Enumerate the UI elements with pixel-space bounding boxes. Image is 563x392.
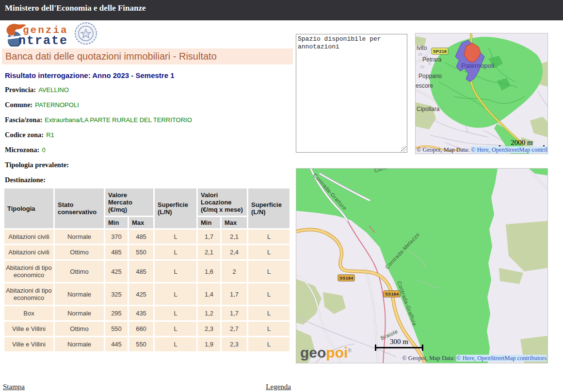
col-header-max-mercato: Max xyxy=(129,217,153,228)
col-header-superficie-2: Superficie (L/N) xyxy=(248,188,290,228)
map-attribution: © Geopoi, Map Data: © Here, OpenStreetMa… xyxy=(402,355,547,362)
place-label: Cipollara xyxy=(417,106,440,112)
table-row: Abitazioni di tipo economico Ottimo 425 … xyxy=(4,261,290,282)
place-label: Poppano xyxy=(418,73,442,79)
cell-superficie-2: L xyxy=(248,337,290,351)
table-row: Abitazioni di tipo economico Normale 325… xyxy=(4,283,290,305)
cell-superficie-1: L xyxy=(155,337,196,351)
road-badge-ss164: SS164 xyxy=(338,275,354,281)
place-label: escore xyxy=(416,82,433,89)
cell-mercato-min: 445 xyxy=(105,337,128,351)
cell-tipologia: Abitazioni civili xyxy=(4,230,53,244)
footer-links: Stampa Legenda xyxy=(3,383,291,391)
scale-bar xyxy=(375,347,423,348)
quotes-table-body: Abitazioni civili Normale 370 485 L 1,7 … xyxy=(4,230,290,351)
cell-mercato-max: 435 xyxy=(129,306,153,320)
cell-superficie-2: L xyxy=(248,230,290,244)
map-scale: 300 m xyxy=(375,338,423,348)
cell-superficie-1: L xyxy=(155,322,196,336)
table-row: Abitazioni civili Normale 370 485 L 1,7 … xyxy=(4,230,290,244)
italy-emblem-icon xyxy=(74,21,98,46)
cell-stato: Ottimo xyxy=(55,245,104,259)
result-title: Risultato interrogazione: Anno 2023 - Se… xyxy=(5,71,175,79)
cell-locazione-max: 2,3 xyxy=(222,337,247,351)
detail-map: Contrada Contrada-Gratture Contrada-Mela… xyxy=(296,168,548,363)
geopoi-logo: geopoi® xyxy=(300,344,352,360)
table-row: Abitazioni civili Ottimo 485 550 L 2,1 2… xyxy=(4,245,290,259)
cell-mercato-min: 325 xyxy=(105,283,128,305)
cell-stato: Normale xyxy=(55,283,104,305)
cell-stato: Ottimo xyxy=(55,322,104,336)
field-destinazione: Destinazione: xyxy=(5,175,293,182)
annotations-textarea[interactable]: Spazio disponibile per annotazioni xyxy=(296,34,407,153)
cell-mercato-max: 425 xyxy=(129,283,153,305)
cell-mercato-max: 485 xyxy=(129,261,153,282)
cell-locazione-max: 2,7 xyxy=(222,322,247,336)
ministry-title: Ministero dell'Economia e delle Finanze xyxy=(0,0,563,13)
result-fields: Provincia:AVELLINO Comune:PATERNOPOLI Fa… xyxy=(5,85,293,190)
cell-locazione-max: 1,7 xyxy=(222,306,247,320)
cell-tipologia: Abitazioni di tipo economico xyxy=(4,261,53,282)
cell-mercato-max: 485 xyxy=(129,230,153,244)
cell-mercato-min: 550 xyxy=(105,322,128,336)
annotations-area: Spazio disponibile per annotazioni xyxy=(296,34,407,153)
cell-tipologia: Ville e Villini xyxy=(4,337,53,351)
field-codice-zona: Codice zona:R1 xyxy=(5,130,293,137)
quotations-table: Tipologia Stato conservativo Valore Merc… xyxy=(3,187,291,353)
cell-stato: Normale xyxy=(55,337,104,351)
cell-mercato-min: 295 xyxy=(105,306,128,320)
col-header-stato-conservativo: Stato conservativo xyxy=(55,188,104,228)
scale-label: 2000 m xyxy=(499,139,545,146)
svg-text:SS164: SS164 xyxy=(385,291,399,297)
cell-superficie-2: L xyxy=(248,322,290,336)
cell-locazione-max: 2,4 xyxy=(222,245,247,259)
scale-label: 300 m xyxy=(375,338,423,345)
field-tipologia-prevalente: Tipologia prevalente: xyxy=(5,160,293,167)
col-header-valore-mercato: Valore Mercato (€/mq) xyxy=(105,188,153,216)
cell-locazione-min: 2,3 xyxy=(198,322,220,336)
cell-superficie-2: L xyxy=(248,306,290,320)
place-label: Petrara xyxy=(422,56,442,63)
legend-link[interactable]: Legenda xyxy=(266,383,291,391)
cell-superficie-2: L xyxy=(248,283,290,305)
col-header-valori-locazione: Valori Locazione (€/mq x mese) xyxy=(198,188,247,216)
cell-tipologia: Abitazioni di tipo economico xyxy=(4,283,53,305)
cell-locazione-min: 1,2 xyxy=(198,306,220,320)
cell-locazione-min: 1,4 xyxy=(198,283,220,305)
table-row: Ville e Villini Normale 445 550 L 1,9 2,… xyxy=(4,337,290,351)
cell-locazione-min: 1,9 xyxy=(198,337,220,351)
cell-mercato-max: 660 xyxy=(129,322,153,336)
col-header-superficie-1: Superficie (L/N) xyxy=(155,188,196,228)
field-microzona: Microzona:0 xyxy=(5,145,293,152)
cell-stato: Normale xyxy=(55,230,104,244)
cell-tipologia: Box xyxy=(4,306,53,320)
cell-superficie-1: L xyxy=(155,245,196,259)
page-title: Banca dati delle quotazioni immobiliari … xyxy=(2,48,293,62)
ministry-header-bar: Ministero dell'Economia e delle Finanze xyxy=(0,0,563,20)
cell-mercato-min: 425 xyxy=(105,261,128,282)
field-provincia: Provincia:AVELLINO xyxy=(5,85,293,92)
cell-locazione-max: 1,7 xyxy=(222,283,247,305)
detail-map-image: Contrada Contrada-Gratture Contrada-Mela… xyxy=(296,169,547,363)
print-link[interactable]: Stampa xyxy=(3,383,25,391)
cell-superficie-2: L xyxy=(248,261,290,282)
cell-superficie-1: L xyxy=(155,283,196,305)
place-label: lvito xyxy=(417,45,427,51)
cell-mercato-min: 485 xyxy=(105,245,128,259)
road-badge-sp216: SP216 xyxy=(432,48,448,54)
field-fascia-zona: Fascia/zona:Extraurbana/LA PARTE RURALE … xyxy=(5,115,293,122)
svg-text:SP216: SP216 xyxy=(433,48,447,54)
town-label: Paternopoli xyxy=(461,62,494,69)
cell-locazione-max: 2,1 xyxy=(222,230,247,244)
cell-superficie-2: L xyxy=(248,245,290,259)
cell-superficie-1: L xyxy=(155,261,196,282)
cell-mercato-max: 550 xyxy=(129,337,153,351)
cell-tipologia: Ville e Villini xyxy=(4,322,53,336)
cell-tipologia: Abitazioni civili xyxy=(4,245,53,259)
col-header-min-locazione: Min xyxy=(198,217,220,228)
map-attribution: © Geopoi, Map Data: © Here, OpenStreetMa… xyxy=(417,146,548,154)
cell-superficie-1: L xyxy=(155,306,196,320)
cell-stato: Ottimo xyxy=(55,261,104,282)
col-header-max-locazione: Max xyxy=(222,217,247,228)
logo-text-entrate: ntrate xyxy=(18,34,68,48)
